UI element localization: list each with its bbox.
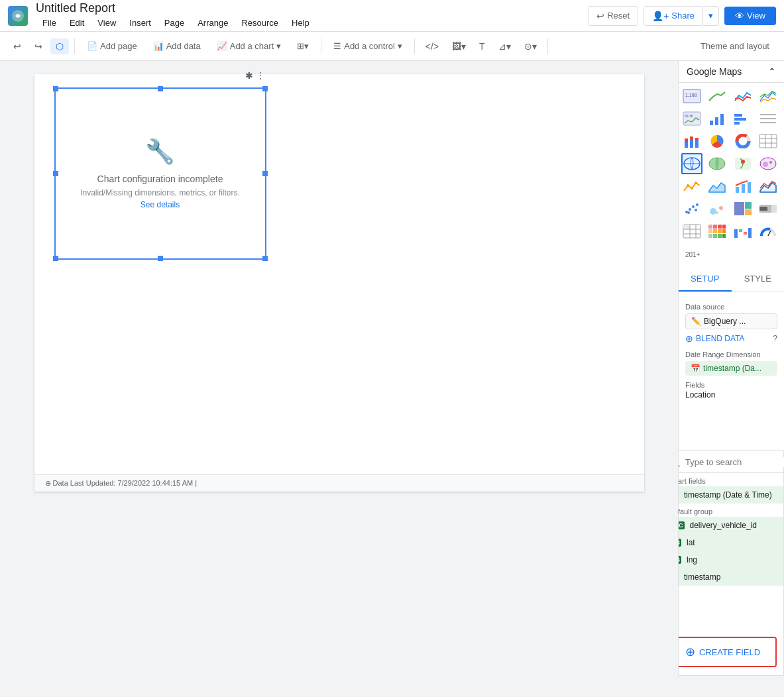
theme-layout-button[interactable]: Theme and layout: [694, 38, 776, 54]
view-button[interactable]: 👁 View: [724, 7, 776, 25]
svg-point-33: [741, 160, 745, 164]
svg-point-46: [696, 203, 699, 206]
chart-type-bubblemap[interactable]: [757, 153, 779, 174]
chart-grid-button[interactable]: ⊞▾: [290, 38, 315, 54]
chart-pin-icon[interactable]: ✱: [245, 70, 253, 81]
tab-setup[interactable]: SETUP: [679, 267, 732, 292]
chart-type-stackedbar[interactable]: [681, 131, 702, 152]
field-item-lng[interactable]: 123 lng: [678, 551, 783, 568]
select-tool-button[interactable]: ⬡: [50, 38, 69, 54]
chart-type-bullet[interactable]: [757, 198, 779, 219]
redo-button[interactable]: ↪: [29, 38, 48, 54]
menu-file[interactable]: File: [36, 15, 63, 30]
resize-handle-tm[interactable]: [158, 86, 163, 91]
chart-type-donut[interactable]: [732, 131, 754, 152]
chart-type-gauge[interactable]: [757, 221, 779, 242]
add-chart-icon: 📈: [217, 41, 227, 51]
field-item-timestamp-datetime[interactable]: 📅 timestamp (Date & Time): [678, 486, 783, 504]
resize-handle-ml[interactable]: [53, 171, 58, 176]
chart-type-geo[interactable]: [681, 153, 702, 174]
chart-type-timeseries3[interactable]: [757, 85, 779, 107]
data-source-row[interactable]: ✏️ BigQuery ...: [685, 313, 777, 329]
add-page-button[interactable]: 📄 Add page: [80, 38, 144, 54]
add-chart-button[interactable]: 📈 Add a chart ▾: [210, 38, 288, 54]
reset-button[interactable]: ↩ Reset: [588, 6, 638, 26]
chart-type-collapse-icon[interactable]: ⌃: [768, 66, 776, 77]
chart-type-arealine[interactable]: [757, 176, 779, 197]
chart-type-treemap[interactable]: [732, 198, 754, 219]
menu-help[interactable]: Help: [285, 15, 316, 30]
shapes-button[interactable]: ⊿▾: [493, 38, 516, 54]
menu-arrange[interactable]: Arrange: [191, 15, 235, 30]
chart-element[interactable]: ✱ ⋮ 🔧 Chart configuration incomplete Inv…: [54, 87, 266, 260]
chart-type-pivot[interactable]: [681, 221, 702, 242]
add-data-button[interactable]: 📊 Add data: [146, 38, 207, 54]
svg-rect-66: [718, 225, 722, 229]
image-button[interactable]: 🖼▾: [447, 38, 471, 54]
resize-handle-bl[interactable]: [53, 256, 58, 261]
create-field-button[interactable]: ⊕ CREATE FIELD: [678, 637, 777, 667]
resize-handle-tl[interactable]: [53, 86, 58, 91]
canvas-area[interactable]: ✱ ⋮ 🔧 Chart configuration incomplete Inv…: [0, 61, 678, 676]
chart-more-icon[interactable]: ⋮: [256, 70, 265, 81]
menu-resource[interactable]: Resource: [235, 15, 285, 30]
share-dropdown-button[interactable]: ▾: [703, 6, 719, 26]
report-title: Untitled Report: [36, 1, 316, 15]
chart-type-extra[interactable]: 201+: [681, 243, 702, 264]
field-item-timestamp[interactable]: 📅 timestamp: [678, 568, 783, 586]
chart-type-linechart[interactable]: [681, 176, 702, 197]
location-label: Location: [685, 390, 777, 400]
data-source-name: BigQuery ...: [704, 317, 746, 326]
menu-view[interactable]: View: [91, 15, 123, 30]
menu-edit[interactable]: Edit: [63, 15, 91, 30]
chart-type-combo[interactable]: [732, 176, 754, 197]
chart-type-scatter[interactable]: [681, 198, 702, 219]
menu-bar: File Edit View Insert Page Arrange Resou…: [36, 15, 316, 30]
tab-style[interactable]: STYLE: [732, 267, 785, 292]
chart-type-bubble[interactable]: [706, 198, 728, 219]
text-button[interactable]: T: [474, 38, 490, 54]
chart-type-sessions[interactable]: 69.3K: [681, 108, 702, 129]
field-item-lat[interactable]: 123 lat: [678, 534, 783, 551]
share-icon: 👤+: [652, 11, 669, 21]
date-range-row[interactable]: 📅 timestamp (Da...: [685, 361, 777, 376]
chart-type-timeseries2[interactable]: [732, 85, 754, 107]
chart-type-googlemaps[interactable]: [732, 153, 754, 174]
chart-type-timeseries[interactable]: [706, 85, 728, 107]
chart-type-waterfall[interactable]: [732, 221, 754, 242]
menu-insert[interactable]: Insert: [123, 15, 158, 30]
share-button[interactable]: 👤+ Share: [644, 6, 703, 26]
see-details-link[interactable]: See details: [140, 200, 180, 209]
undo-button[interactable]: ↩: [8, 38, 27, 54]
add-control-button[interactable]: ☰ Add a control ▾: [327, 38, 409, 54]
chart-type-heatmap[interactable]: [706, 221, 728, 242]
resize-handle-mr[interactable]: [262, 171, 268, 176]
svg-rect-68: [708, 229, 712, 233]
view-icon: 👁: [735, 11, 744, 21]
chart-type-areachart[interactable]: [706, 176, 728, 197]
chart-type-scorecard[interactable]: 1,168: [681, 85, 702, 107]
resize-handle-br[interactable]: [262, 256, 268, 261]
embed-button[interactable]: </>: [420, 38, 444, 54]
field-label-delivery: delivery_vehicle_id: [690, 521, 757, 530]
field-item-delivery[interactable]: ABC delivery_vehicle_id: [678, 517, 783, 534]
field-search-input[interactable]: [685, 457, 784, 467]
blend-data-button[interactable]: ⊕ BLEND DATA ?: [685, 332, 777, 345]
chart-type-pie[interactable]: [706, 131, 728, 152]
svg-rect-40: [736, 187, 739, 193]
more-button[interactable]: ⊙▾: [519, 38, 542, 54]
resize-handle-tr[interactable]: [262, 86, 268, 91]
chart-type-bar2[interactable]: [732, 108, 754, 129]
chart-type-table[interactable]: [757, 131, 779, 152]
help-icon[interactable]: ?: [773, 334, 777, 343]
resize-handle-bm[interactable]: [158, 256, 163, 261]
chart-type-bar[interactable]: [706, 108, 728, 129]
svg-rect-77: [739, 229, 742, 232]
svg-rect-5: [710, 121, 713, 125]
blend-icon: ⊕: [685, 333, 693, 344]
menu-page[interactable]: Page: [158, 15, 191, 30]
chart-type-list[interactable]: [757, 108, 779, 129]
svg-rect-42: [748, 182, 751, 193]
chart-type-filledmap[interactable]: [706, 153, 728, 174]
separator-2: [321, 38, 321, 54]
